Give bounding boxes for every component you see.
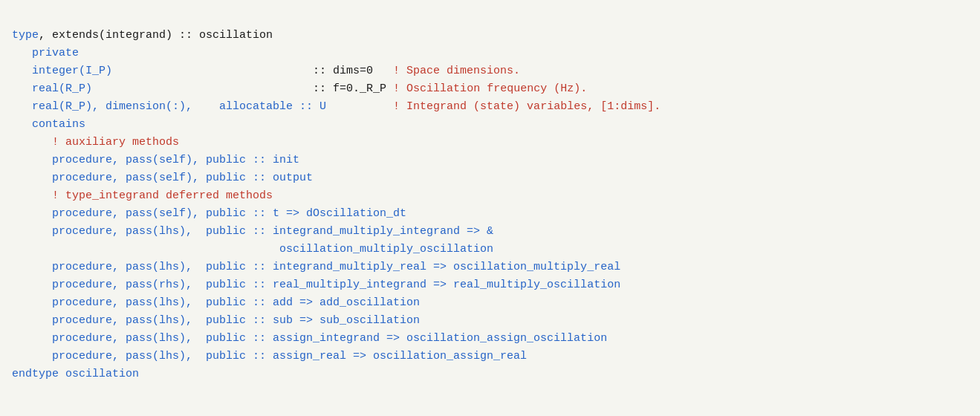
code-line: contains (12, 116, 968, 134)
keyword-text: type (12, 29, 39, 42)
code-line: real(R_P), dimension(:), allocatable :: … (12, 98, 968, 116)
comment-text: ! auxiliary methods (12, 136, 179, 149)
keyword-text: endtype oscillation (12, 368, 139, 380)
keyword-text: procedure, pass(lhs), public :: assign_i… (12, 332, 607, 345)
code-line: real(R_P) :: f=0._R_P ! Oscillation freq… (12, 80, 968, 98)
keyword-text: oscillation_multiply_oscillation (12, 243, 493, 256)
keyword-text: procedure, pass(lhs), public :: integran… (12, 225, 493, 238)
keyword-text: procedure, pass(lhs), public :: assign_r… (12, 350, 527, 363)
code-line: procedure, pass(lhs), public :: add => a… (12, 294, 968, 312)
normal-text: , extends(integrand) :: oscillation (39, 29, 273, 42)
code-line: private (12, 45, 968, 62)
code-line: procedure, pass(self), public :: init (12, 152, 968, 169)
code-line: ! type_integrand deferred methods (12, 187, 968, 205)
keyword-text: procedure, pass(self), public :: output (12, 172, 313, 184)
code-line: procedure, pass(self), public :: output (12, 169, 968, 187)
normal-text: :: f=0._R_P (92, 82, 393, 95)
comment-text: ! Integrand (state) variables, [1:dims]. (393, 100, 661, 113)
keyword-text: procedure, pass(self), public :: init (12, 154, 299, 166)
code-line: procedure, pass(lhs), public :: sub => s… (12, 312, 968, 330)
code-line: procedure, pass(self), public :: t => dO… (12, 205, 968, 223)
keyword-text: procedure, pass(lhs), public :: sub => s… (12, 314, 420, 327)
code-line: ! auxiliary methods (12, 134, 968, 152)
code-line: procedure, pass(lhs), public :: assign_r… (12, 348, 968, 365)
keyword-text: real(R_P) (12, 82, 92, 95)
keyword-text: procedure, pass(lhs), public :: integran… (12, 261, 620, 273)
code-block: type, extends(integrand) :: oscillation … (12, 9, 968, 383)
code-line: oscillation_multiply_oscillation (12, 241, 968, 259)
keyword-text: procedure, pass(rhs), public :: real_mul… (12, 279, 620, 291)
code-line: integer(I_P) :: dims=0 ! Space dimension… (12, 62, 968, 80)
code-line: procedure, pass(lhs), public :: assign_i… (12, 330, 968, 348)
code-line: type, extends(integrand) :: oscillation (12, 27, 968, 45)
keyword-text: contains (12, 118, 85, 131)
comment-text: ! Space dimensions. (393, 65, 520, 77)
keyword-text: real(R_P), dimension(:), allocatable :: … (12, 100, 393, 113)
comment-text: ! Oscillation frequency (Hz). (393, 82, 587, 95)
keyword-text: procedure, pass(lhs), public :: add => a… (12, 296, 420, 309)
code-line: procedure, pass(lhs), public :: integran… (12, 223, 968, 241)
keyword-text: integer(I_P) (12, 65, 112, 77)
comment-text: ! type_integrand deferred methods (12, 189, 273, 202)
code-line: procedure, pass(rhs), public :: real_mul… (12, 276, 968, 294)
code-line: endtype oscillation (12, 365, 968, 383)
normal-text: :: dims=0 (112, 65, 393, 77)
keyword-text: private (12, 47, 79, 59)
keyword-text: procedure, pass(self), public :: t => dO… (12, 207, 406, 220)
code-line: procedure, pass(lhs), public :: integran… (12, 259, 968, 276)
